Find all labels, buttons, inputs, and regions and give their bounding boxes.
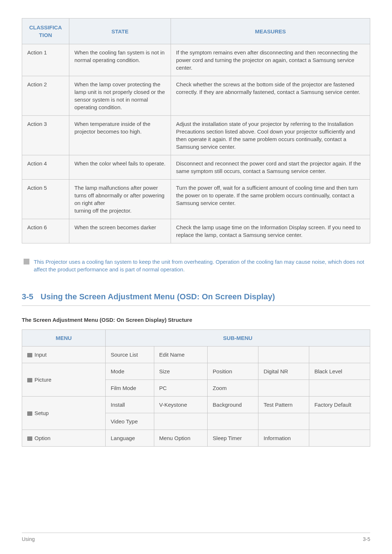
actions-table: CLASSIFICATION STATE MEASURES Action 1 W… [22,18,370,243]
table-row: Setup Install V-Keystone Background Test… [22,396,370,413]
cell: Background [208,396,258,413]
cell-classification: Action 6 [22,219,69,243]
section-number: 3-5 [22,291,33,303]
cell [208,413,258,430]
cell-classification: Action 3 [22,116,69,155]
footer-right: 3-5 [363,536,370,543]
table-row: Input Source List Edit Name [22,346,370,363]
menu-input: Input [22,346,106,363]
cell [258,413,309,430]
setup-icon [27,411,32,416]
cell-state: When the lamp cover protecting the lamp … [69,76,171,116]
menu-picture: Picture [22,363,106,396]
cell [309,430,370,446]
cell: Video Type [106,413,154,430]
cell-classification: Action 5 [22,180,69,219]
cell: Install [106,396,154,413]
table-row: Action 1 When the cooling fan system is … [22,44,370,76]
header-measures: MEASURES [171,19,370,44]
note-block: This Projector uses a cooling fan system… [22,258,370,273]
cell-measures: Check the lamp usage time on the Informa… [171,219,370,243]
cell: V-Keystone [154,396,208,413]
table-row: Action 2 When the lamp cover protecting … [22,76,370,116]
cell [258,346,309,363]
picture-icon [27,378,32,382]
table-row: Picture Mode Size Position Digital NR Bl… [22,363,370,379]
cell: Black Level [309,363,370,379]
cell-state: When the screen becomes darker [69,219,171,243]
cell: Factory Default [309,396,370,413]
footer: Using 3-5 [22,533,370,543]
cell-measures: Adjust the installation state of your pr… [171,116,370,155]
submenu-table: MENU SUB-MENU Input Source List Edit Nam… [22,329,370,447]
structure-title: The Screen Adjustment Menu (OSD: On Scre… [22,316,370,324]
cell: Mode [106,363,154,379]
header-submenu: SUB-MENU [106,329,370,346]
table-row: Option Language Menu Option Sleep Timer … [22,430,370,446]
header-classification: CLASSIFICATION [22,19,69,44]
cell-state: When the color wheel fails to operate. [69,155,171,180]
header-state: STATE [69,19,171,44]
table-row: Action 5 The lamp malfunctions after pow… [22,180,370,219]
table-row: Action 6 When the screen becomes darker … [22,219,370,243]
cell-classification: Action 4 [22,155,69,180]
cell-state: When temperature inside of the projector… [69,116,171,155]
cell-measures: Disconnect and reconnect the power cord … [171,155,370,180]
cell: Source List [106,346,154,363]
cell: Film Mode [106,379,154,396]
cell-state: When the cooling fan system is not in no… [69,44,171,76]
cell: Test Pattern [258,396,309,413]
cell [208,346,258,363]
cell-measures: Check whether the screws at the bottom s… [171,76,370,116]
cell: Menu Option [154,430,208,446]
section-title: Using the Screen Adjustment Menu (OSD: O… [41,291,275,303]
table-row: Action 3 When temperature inside of the … [22,116,370,155]
cell: Information [258,430,309,446]
cell-classification: Action 2 [22,76,69,116]
info-icon [24,259,29,264]
cell [154,413,208,430]
cell [309,346,370,363]
note-text: This Projector uses a cooling fan system… [34,258,368,273]
cell-measures: If the symptom remains even after discon… [171,44,370,76]
header-menu: MENU [22,329,106,346]
cell [258,379,309,396]
cell [309,413,370,430]
cell-state: The lamp malfunctions after power turns … [69,180,171,219]
cell: Sleep Timer [208,430,258,446]
cell-measures: Turn the power off, wait for a sufficien… [171,180,370,219]
cell: PC [154,379,208,396]
input-icon [27,353,32,357]
cell: Size [154,363,208,379]
menu-option: Option [22,430,106,446]
cell [309,379,370,396]
cell: Language [106,430,154,446]
menu-setup: Setup [22,396,106,430]
table-row: Action 4 When the color wheel fails to o… [22,155,370,180]
footer-left: Using [22,536,35,543]
cell: Digital NR [258,363,309,379]
cell-classification: Action 1 [22,44,69,76]
cell: Position [208,363,258,379]
cell: Edit Name [154,346,208,363]
cell: Zoom [208,379,258,396]
section-header: 3-5 Using the Screen Adjustment Menu (OS… [22,291,370,306]
option-icon [27,436,32,441]
